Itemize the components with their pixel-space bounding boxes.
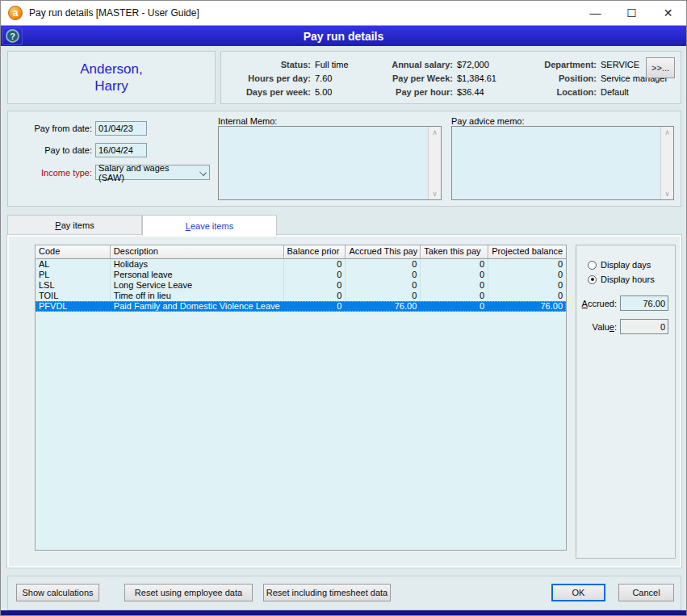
pay-details-box: Pay from date: 01/04/23 Pay to date: 16/…: [7, 111, 681, 207]
info-value: 7.60: [315, 73, 365, 83]
cell-projected: 0: [488, 291, 566, 301]
pay-to-date-label: Pay to date:: [15, 145, 95, 155]
table-row[interactable]: TOIL Time off in lieu 0 0 0 0: [36, 291, 566, 301]
info-label: Annual salary:: [376, 60, 457, 69]
cell-taken: 0: [421, 270, 488, 280]
pay-advice-memo-textarea[interactable]: ∧ ∨: [451, 126, 674, 200]
info-label: Pay per hour:: [376, 87, 457, 97]
pay-advice-memo-scrollbar[interactable]: ∧ ∨: [660, 127, 673, 199]
maximize-button[interactable]: ☐: [614, 1, 650, 25]
cell-balance-prior: 0: [284, 270, 346, 280]
info-row: Annual salary: $72,000: [376, 57, 520, 71]
cell-taken: 0: [421, 291, 488, 301]
table-row[interactable]: PL Personal leave 0 0 0 0: [36, 270, 566, 280]
info-value: $36.44: [457, 87, 520, 97]
cell-taken: 0: [421, 259, 488, 270]
internal-memo-scrollbar[interactable]: ∧ ∨: [428, 127, 441, 199]
info-row: Status: Full time: [226, 57, 365, 71]
table-row[interactable]: LSL Long Service Leave 0 0 0 0: [36, 280, 566, 291]
cell-accrued: 0: [346, 270, 421, 280]
cell-balance-prior: 0: [284, 259, 346, 270]
cell-accrued: 0: [346, 280, 421, 291]
ok-button[interactable]: OK: [551, 584, 605, 601]
title-bar: a Pay run details [MASTER - User Guide] …: [1, 1, 686, 25]
cell-code: AL: [36, 259, 111, 270]
table-row[interactable]: AL Holidays 0 0 0 0: [36, 259, 566, 270]
cell-projected: 0: [488, 270, 566, 280]
radio-label: Display hours: [601, 274, 655, 284]
pay-run-details-window: a Pay run details [MASTER - User Guide] …: [0, 0, 687, 616]
chevron-down-icon: [199, 169, 207, 176]
scroll-up-icon[interactable]: ∧: [432, 128, 438, 136]
info-value: Full time: [315, 60, 365, 69]
more-details-button[interactable]: >>...: [646, 57, 675, 78]
income-type-value: Salary and wages (SAW): [98, 163, 195, 182]
employee-name-line2: Harry: [94, 78, 128, 94]
footer-bar: Show calculations Reset using employee d…: [7, 576, 681, 610]
tab-label: eave items: [191, 221, 233, 231]
cell-code: TOIL: [36, 291, 111, 301]
app-logo-icon: a: [8, 6, 23, 20]
employee-info-col2: Annual salary: $72,000 Pay per Week: $1,…: [376, 57, 520, 98]
pay-from-date-label: Pay from date:: [15, 124, 95, 133]
employee-info-col1: Status: Full time Hours per day: 7.60 Da…: [226, 57, 365, 98]
dialog-title: Pay run details: [1, 30, 686, 43]
cell-accrued: 0: [346, 291, 421, 301]
column-header-accrued-this-pay[interactable]: Accrued This pay: [346, 245, 421, 259]
reset-including-timesheet-data-button[interactable]: Reset including timesheet data: [263, 584, 391, 601]
cell-code: LSL: [36, 280, 111, 291]
employee-info-box: Status: Full time Hours per day: 7.60 Da…: [220, 51, 681, 104]
reset-using-employee-data-button[interactable]: Reset using employee data: [124, 584, 253, 601]
table-row[interactable]: PFVDL Paid Family and Domestic Violence …: [36, 301, 566, 312]
info-value: Default: [601, 87, 687, 97]
leave-table-body: AL Holidays 0 0 0 0 PL Personal leave 0 …: [36, 259, 566, 312]
info-label: Hours per day:: [226, 73, 315, 83]
column-header-taken-this-pay[interactable]: Taken this pay: [421, 245, 488, 259]
employee-name-box: Anderson, Harry: [7, 51, 216, 104]
info-row: Pay per Week: $1,384.61: [376, 71, 520, 85]
leave-table-header: Code Description Balance prior Accrued T…: [36, 245, 566, 259]
display-options-panel: Display days Display hours Accrued: 76.0…: [576, 245, 676, 559]
minimize-button[interactable]: —: [577, 1, 614, 25]
info-value: $72,000: [457, 60, 520, 69]
tab-strip: Pay items Leave items: [7, 215, 277, 235]
close-button[interactable]: ✕: [650, 1, 686, 25]
tab-leave-items[interactable]: Leave items: [142, 215, 277, 236]
cancel-button[interactable]: Cancel: [618, 584, 674, 601]
cell-accrued: 76.00: [346, 301, 421, 312]
show-calculations-button[interactable]: Show calculations: [16, 584, 99, 601]
scroll-up-icon[interactable]: ∧: [664, 128, 670, 136]
info-row: Hours per day: 7.60: [226, 71, 365, 85]
cell-projected: 0: [488, 259, 566, 270]
display-days-radio[interactable]: Display days: [588, 260, 675, 270]
tab-pay-items[interactable]: Pay items: [7, 215, 142, 235]
column-header-code[interactable]: Code: [36, 245, 111, 259]
info-row: Location: Default: [531, 85, 687, 98]
column-header-projected-balance[interactable]: Projected balance: [488, 245, 566, 259]
cell-projected: 0: [488, 280, 566, 291]
info-label: Position:: [531, 73, 601, 83]
value-label: Value:: [578, 322, 620, 332]
cell-description: Time off in lieu: [111, 291, 284, 301]
radio-icon: [588, 275, 597, 284]
cell-code: PFVDL: [36, 301, 111, 312]
column-header-description[interactable]: Description: [111, 245, 284, 259]
info-label: Pay per Week:: [376, 73, 457, 83]
pay-to-date-input[interactable]: 16/04/24: [95, 143, 147, 157]
pay-from-date-input[interactable]: 01/04/23: [95, 121, 147, 136]
cell-description: Personal leave: [111, 270, 284, 280]
info-label: Department:: [531, 60, 601, 69]
value-input[interactable]: 0: [620, 319, 668, 334]
display-hours-radio[interactable]: Display hours: [588, 274, 675, 284]
scroll-down-icon[interactable]: ∨: [432, 190, 438, 198]
tab-label: ay items: [61, 220, 94, 230]
accrued-input[interactable]: 76.00: [620, 295, 668, 311]
column-header-balance-prior[interactable]: Balance prior: [284, 245, 346, 259]
income-type-select[interactable]: Salary and wages (SAW): [95, 165, 210, 180]
internal-memo-label: Internal Memo:: [218, 116, 277, 126]
accrued-label: Accrued:: [578, 299, 620, 308]
internal-memo-textarea[interactable]: ∧ ∨: [218, 126, 442, 200]
scroll-down-icon[interactable]: ∨: [664, 190, 670, 198]
dialog-header: Pay run details ?: [1, 25, 686, 46]
leave-items-panel: Code Description Balance prior Accrued T…: [7, 235, 681, 568]
